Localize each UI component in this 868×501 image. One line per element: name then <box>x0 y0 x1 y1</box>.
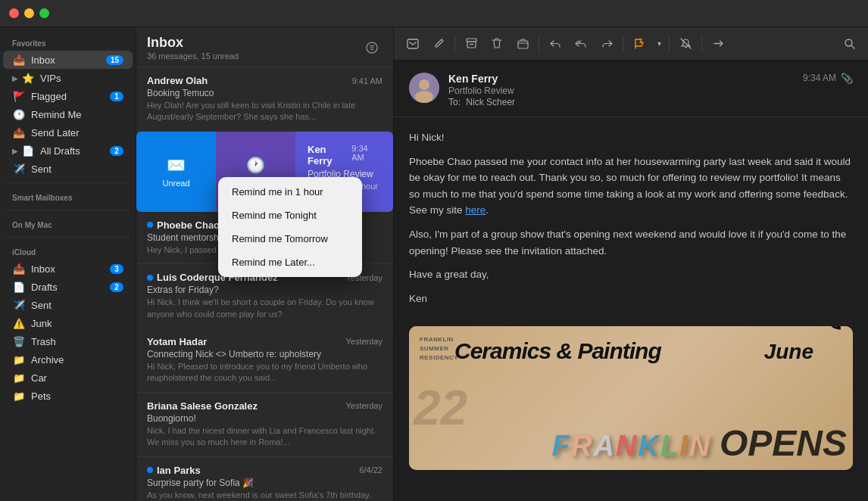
clay-letter-n: N <box>616 430 636 462</box>
alldrafts-icon: 📄 <box>21 144 35 157</box>
new-message-button[interactable] <box>401 33 424 54</box>
sidebar-item-alldrafts[interactable]: ▶ 📄 All Drafts 2 <box>3 142 133 160</box>
sidebar-item-icloud-drafts[interactable]: 📄 Drafts 2 <box>3 278 133 296</box>
message-list-scroll[interactable]: Andrew Olah 9:41 AM Booking Temuco Hey O… <box>136 67 393 501</box>
message-item-briana[interactable]: Briana Salese Gonzalez Yesterday Buongio… <box>136 393 393 457</box>
email-toolbar: ▾ <box>394 27 868 61</box>
email-signature: Ken <box>409 291 853 307</box>
reply-button[interactable] <box>544 33 567 54</box>
inbox-icon: 📥 <box>12 53 26 67</box>
icloud-inbox-icon: 📥 <box>12 262 26 275</box>
opens-label: OPENS <box>720 422 847 464</box>
forward-button[interactable] <box>595 33 618 54</box>
event-label: FRANKLIN SUMMER RESIDENCY <box>420 335 458 363</box>
svg-point-14 <box>415 91 433 103</box>
email-time-container: 9:34 AM 📎 <box>803 73 853 84</box>
mute-button[interactable] <box>674 33 697 54</box>
inbox-title: Inbox <box>147 35 239 51</box>
sidebar-sent-label: Sent <box>31 163 123 175</box>
app-body: Favorites 📥 Inbox 15 ▶ ⭐ VIPs 🚩 Flagged … <box>0 27 868 501</box>
remind-option-tonight[interactable]: Remind me Tonight <box>218 204 362 227</box>
sidebar-item-icloud-junk[interactable]: ⚠️ Junk <box>3 314 133 332</box>
message-list-header: Inbox 36 messages, 15 unread <box>136 27 393 67</box>
remind-option-tomorrow[interactable]: Remind me Tomorrow <box>218 227 362 250</box>
icloud-drafts-icon: 📄 <box>12 280 26 294</box>
sidebar-inbox-label: Inbox <box>31 54 106 66</box>
summer-label: SUMMER <box>420 344 458 353</box>
clay-letter-l: L <box>660 430 678 462</box>
minimize-button[interactable] <box>24 8 34 18</box>
swipe-unread-button[interactable]: ✉️ Unread <box>136 132 216 212</box>
sidebar-item-inbox[interactable]: 📥 Inbox 15 <box>3 51 133 69</box>
sidebar-alldrafts-label: All Drafts <box>40 145 110 157</box>
clay-letter-i: I <box>679 430 688 462</box>
message-preview: As you know, next weekend is our sweet S… <box>147 490 382 501</box>
big-number: 22 <box>414 384 467 432</box>
sendlater-icon: 📤 <box>12 126 26 139</box>
message-preview: Hi Nick, Pleased to introduce you to my … <box>147 361 382 384</box>
residency-label: RESIDENCY <box>420 353 458 363</box>
sidebar-item-icloud-archive[interactable]: 📁 Archive <box>3 350 133 369</box>
email-from-name: Ken Ferry <box>448 73 794 85</box>
ken-ferry-card-top: Ken Ferry 9:34 AM <box>308 144 381 166</box>
sidebar-item-flagged[interactable]: 🚩 Flagged 1 <box>3 87 133 105</box>
toolbar-divider-4 <box>669 37 670 51</box>
invitation-inner: FRANKLIN SUMMER RESIDENCY Ceramics & Pai… <box>409 326 853 470</box>
move-button[interactable] <box>511 33 534 54</box>
filter-button[interactable] <box>361 37 382 58</box>
sidebar-item-remind[interactable]: 🕐 Remind Me <box>3 105 133 123</box>
remind-option-later[interactable]: Remind me Later... <box>218 250 362 274</box>
email-link[interactable]: here <box>465 204 486 216</box>
message-list: Inbox 36 messages, 15 unread Andrew Olah <box>136 27 394 501</box>
icloud-trash-icon: 🗑️ <box>12 335 26 348</box>
sidebar-item-icloud-pets[interactable]: 📁 Pets <box>3 387 133 405</box>
remind-option-1hour[interactable]: Remind me in 1 hour <box>218 180 362 204</box>
flagged-icon: 🚩 <box>12 89 26 103</box>
search-button[interactable] <box>838 33 860 54</box>
ken-ferry-time: 9:34 AM <box>351 144 381 166</box>
flag-dropdown-button[interactable]: ▾ <box>654 33 664 54</box>
vips-expand-icon: ▶ <box>12 74 18 82</box>
sidebar-item-icloud-trash[interactable]: 🗑️ Trash <box>3 332 133 350</box>
sidebar-item-sendlater[interactable]: 📤 Send Later <box>3 123 133 142</box>
message-sender: Andrew Olah <box>147 75 208 86</box>
message-preview: Hey Olah! Are you still keen to visit Kr… <box>147 100 382 123</box>
email-paragraph-1: Phoebe Chao passed me your contact info … <box>409 154 853 219</box>
compose-button[interactable] <box>427 33 450 54</box>
message-time: Yesterday <box>345 337 382 346</box>
sidebar-item-vips[interactable]: ▶ ⭐ VIPs <box>3 69 133 87</box>
more-button[interactable] <box>707 33 729 54</box>
remind-swipe-icon: 🕐 <box>246 156 265 174</box>
sidebar-icloud-inbox-label: Inbox <box>31 263 110 275</box>
unread-swipe-icon: ✉️ <box>167 156 186 174</box>
message-item-yotam[interactable]: Yotam Hadar Yesterday Connecting Nick <>… <box>136 328 393 393</box>
sidebar-icloud-trash-label: Trash <box>31 336 123 347</box>
clay-letter-a: A <box>594 430 614 462</box>
message-item-andrew-olah[interactable]: Andrew Olah 9:41 AM Booking Temuco Hey O… <box>136 67 393 132</box>
favorites-label: Favorites <box>0 33 136 51</box>
trash-button[interactable] <box>486 33 508 54</box>
sidebar-item-icloud-inbox[interactable]: 📥 Inbox 3 <box>3 260 133 278</box>
reply-all-button[interactable] <box>570 33 592 54</box>
unread-dot <box>147 222 153 228</box>
message-sender: Yotam Hadar <box>147 336 207 347</box>
fullscreen-button[interactable] <box>39 8 49 18</box>
sidebar-item-icloud-sent[interactable]: ✈️ Sent <box>3 296 133 314</box>
sidebar-divider-2 <box>6 210 130 210</box>
sidebar-icloud-junk-label: Junk <box>31 318 123 329</box>
flag-button[interactable] <box>628 33 651 54</box>
icloud-archive-icon: 📁 <box>12 353 26 366</box>
sidebar-sendlater-label: Send Later <box>31 127 123 138</box>
inbox-subtitle: 36 messages, 15 unread <box>147 51 239 61</box>
close-button[interactable] <box>9 8 19 18</box>
archive-button[interactable] <box>460 33 482 54</box>
toolbar-divider-5 <box>701 37 702 51</box>
icloud-pets-icon: 📁 <box>12 389 26 403</box>
vips-icon: ⭐ <box>21 71 35 85</box>
message-header: Andrew Olah 9:41 AM <box>147 75 382 86</box>
message-subject: Surprise party for Sofia 🎉 <box>147 478 382 488</box>
sidebar-item-icloud-car[interactable]: 📁 Car <box>3 369 133 387</box>
message-item-ian[interactable]: Ian Parks 6/4/22 Surprise party for Sofi… <box>136 457 393 501</box>
sidebar-item-sent[interactable]: ✈️ Sent <box>3 160 133 178</box>
email-subject-line: Portfolio Review <box>448 86 794 96</box>
